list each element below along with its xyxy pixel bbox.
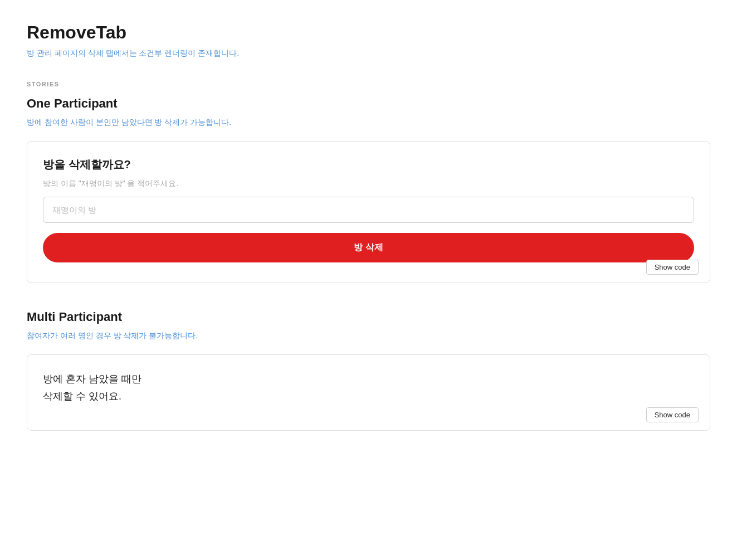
card-one-heading: 방을 삭제할까요?: [43, 157, 694, 172]
multi-card-line1: 방에 혼자 남았을 때만: [43, 373, 141, 384]
story-one-title: One Participant: [27, 96, 710, 111]
story-one-card: 방을 삭제할까요? 방의 이름 "재맹이의 방" 을 적어주세요. 방 삭제 S…: [27, 141, 710, 283]
delete-room-button[interactable]: 방 삭제: [43, 233, 694, 262]
card-one-instruction: 방의 이름 "재맹이의 방" 을 적어주세요.: [43, 179, 694, 189]
page-subtitle: 방 관리 페이지의 삭제 탭에서는 조건부 렌더링이 존재합니다.: [27, 48, 710, 59]
story-two-title: Multi Participant: [27, 310, 710, 324]
stories-label: STORIES: [27, 81, 710, 87]
multi-card-line2: 삭제할 수 있어요.: [43, 391, 121, 402]
multi-card-message: 방에 혼자 남았을 때만 삭제할 수 있어요.: [43, 371, 694, 421]
room-name-input[interactable]: [43, 197, 694, 223]
story-one-description: 방에 참여한 사람이 본인만 남았다면 방 삭제가 가능합니다.: [27, 118, 710, 128]
page-title: RemoveTab: [27, 22, 710, 43]
show-code-button-one[interactable]: Show code: [646, 260, 699, 275]
story-two-card: 방에 혼자 남았을 때만 삭제할 수 있어요. Show code: [27, 354, 710, 431]
story-two-description: 참여자가 여러 명인 경우 방 삭제가 불가능합니다.: [27, 331, 710, 341]
show-code-button-two[interactable]: Show code: [646, 407, 699, 422]
